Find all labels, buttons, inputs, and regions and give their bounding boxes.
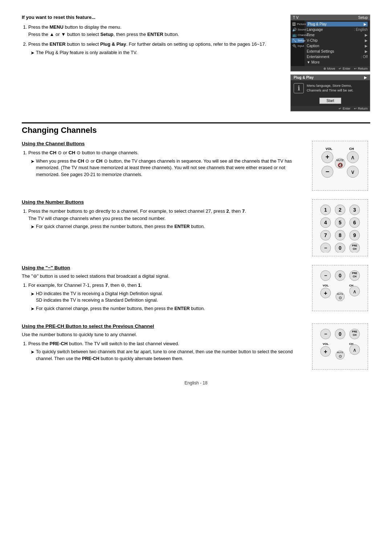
menu-item-plug-play: Plug & Play ▶	[307, 22, 368, 27]
svg-text:⊙: ⊙	[339, 354, 342, 358]
menu-item-vchip: V-Chip ▶	[307, 38, 368, 43]
setup-menu-box: T V Setup 🖼 Picture 🔊 Sound 📺 Channel	[290, 15, 370, 72]
svg-text:−: −	[324, 273, 327, 278]
menu-item-caption: Caption ▶	[307, 44, 368, 48]
channel-note-arrow: ➤	[30, 158, 34, 165]
channel-buttons-steps: Press the CH ⊙ or CH ⊙ button to change …	[22, 149, 305, 178]
svg-text:CH: CH	[353, 248, 356, 250]
menu-icon-sound: 🔊 Sound	[291, 27, 304, 32]
menu-item-time: Time ▶	[307, 33, 368, 37]
svg-text:0: 0	[339, 331, 342, 337]
pp-footer-return: ↩ Return	[354, 107, 368, 110]
menu-sidebar: 🖼 Picture 🔊 Sound 📺 Channel 🔧 Setup	[291, 20, 370, 66]
menu-icon-picture: 🖼 Picture	[291, 22, 304, 27]
start-button[interactable]: Start	[319, 98, 341, 104]
entertainment-value: : Off	[361, 55, 368, 59]
prech-steps: Press the PRE-CH button. The TV will swi…	[22, 340, 305, 362]
dash-button-intro: The "⊖" button is used to select station…	[22, 273, 305, 279]
footer-enter: ↵ Enter	[339, 67, 350, 70]
svg-text:1: 1	[324, 207, 327, 213]
plug-play-description: Menu language, Store Demo, Channels and …	[307, 83, 367, 93]
svg-text:+: +	[324, 290, 327, 296]
channel-icon: 📺	[292, 33, 297, 37]
footer-return: ↩ Return	[354, 67, 368, 70]
svg-text:MUTE: MUTE	[337, 293, 343, 295]
prech-button-text: Using the PRE-CH Button to select the Pr…	[22, 323, 305, 370]
svg-text:MUTE: MUTE	[337, 351, 343, 354]
plug-play-start-area: Start	[291, 96, 370, 106]
prech-step-1: Press the PRE-CH button. The TV will swi…	[28, 340, 305, 362]
svg-text:8: 8	[339, 232, 342, 238]
prech-intro: Use the number buttons to quickly tune t…	[22, 332, 305, 337]
prech-button-title: Using the PRE-CH Button to select the Pr…	[22, 323, 305, 329]
number-buttons-text: Using the Number Buttons Press the numbe…	[22, 199, 305, 256]
menu-icon-channel: 📺 Channel	[291, 33, 304, 37]
channel-buttons-remote: VOL CH + MUTE 🔇 ∧ − ∨	[312, 141, 370, 191]
footer-move: ⊕ Move	[323, 67, 335, 70]
svg-text:PRE: PRE	[352, 330, 358, 333]
pp-footer-enter: ↵ Enter	[339, 107, 350, 110]
input-label: Input	[298, 44, 304, 48]
svg-text:7: 7	[324, 232, 327, 238]
dash-step-1: For example, for Channel 7-1, press 7, t…	[28, 282, 305, 313]
plug-play-header-arrow: ▶	[364, 76, 367, 80]
feature-title: If you want to reset this feature...	[22, 15, 279, 20]
setup-menu-header: T V Setup	[291, 15, 370, 20]
plug-play-body: ℹ Menu language, Store Demo, Channels an…	[291, 80, 370, 96]
sound-icon: 🔊	[292, 28, 297, 32]
vchip-label: V-Chip	[307, 38, 318, 42]
dash-button-title: Using the "−" Button	[22, 265, 305, 270]
dash-note-2: ➤ For quick channel change, press the nu…	[30, 305, 305, 313]
setup-label: Setup	[358, 16, 368, 20]
svg-text:3: 3	[353, 207, 356, 213]
plug-play-footer: ↵ Enter ↩ Return	[291, 106, 370, 111]
number-buttons-title: Using the Number Buttons	[22, 199, 305, 205]
svg-text:MUTE: MUTE	[336, 159, 344, 162]
caption-label: Caption	[307, 44, 319, 48]
number-note-text: For quick channel change, press the numb…	[36, 223, 205, 230]
svg-text:+: +	[326, 153, 330, 160]
menu-footer: ⊕ Move ↵ Enter ↩ Return	[291, 66, 370, 71]
svg-text:🔇: 🔇	[338, 162, 343, 168]
external-label: External Settings	[307, 49, 334, 53]
dash-button-text: Using the "−" Button The "⊖" button is u…	[22, 265, 305, 315]
top-step-2: Press the ENTER button to select Plug & …	[28, 41, 279, 56]
svg-text:VOL: VOL	[323, 342, 329, 346]
prech-note-text: To quickly switch between two channels t…	[36, 349, 305, 362]
section-title: Changing Channels	[22, 126, 370, 135]
prech-button-block: Using the PRE-CH Button to select the Pr…	[22, 323, 370, 370]
dash-note-text1: HD indicates the TV is receiving a Digit…	[36, 290, 163, 304]
dash-button-steps: For example, for Channel 7-1, press 7, t…	[22, 282, 305, 313]
svg-text:CH: CH	[349, 147, 354, 151]
top-note-text: The Plug & Play feature is only availabl…	[36, 49, 137, 56]
svg-text:2: 2	[339, 207, 342, 213]
top-steps-list: Press the MENU button to display the men…	[22, 24, 279, 56]
dash-note-text2: For quick channel change, press the numb…	[36, 305, 205, 312]
svg-text:VOL: VOL	[323, 284, 329, 287]
menu-item-external: External Settings ▶	[307, 49, 368, 54]
number-step-1: Press the number buttons to go directly …	[28, 208, 305, 231]
plug-play-box: Plug & Play ▶ ℹ Menu language, Store Dem…	[290, 74, 370, 111]
plug-play-label: Plug & Play	[308, 22, 327, 26]
tv-label: T V	[293, 16, 298, 20]
svg-text:−: −	[324, 331, 327, 337]
number-note-1: ➤ For quick channel change, press the nu…	[30, 223, 305, 231]
remote-svg-prech: − 0 PRE CH VOL CH + ∧ MUTE ⊙	[312, 323, 368, 370]
channel-buttons-text: Using the Channel Buttons Press the CH ⊙…	[22, 141, 305, 191]
plug-play-title: Plug & Play	[294, 76, 314, 80]
menu-left-icons: 🖼 Picture 🔊 Sound 📺 Channel 🔧 Setup	[291, 20, 305, 66]
top-section: If you want to reset this feature... Pre…	[22, 15, 370, 111]
svg-text:CH: CH	[353, 275, 356, 278]
number-note-arrow: ➤	[30, 223, 34, 231]
setup-icon: 🔧	[292, 38, 297, 42]
top-step-1: Press the MENU button to display the men…	[28, 24, 279, 38]
svg-text:9: 9	[353, 232, 356, 238]
svg-text:6: 6	[353, 220, 356, 225]
remote-svg-num: 1 2 3 4 5 6 7 8 9 −	[312, 199, 368, 256]
svg-text:+: +	[324, 349, 327, 355]
channel-buttons-block: Using the Channel Buttons Press the CH ⊙…	[22, 141, 370, 191]
svg-text:5: 5	[339, 220, 342, 225]
dash-note-1: ➤ HD indicates the TV is receiving a Dig…	[30, 290, 305, 304]
channel-note-1: ➤ When you press the CH ⊙ or CH ⊙ button…	[30, 158, 305, 178]
plug-play-arrow: ▶	[364, 22, 367, 26]
